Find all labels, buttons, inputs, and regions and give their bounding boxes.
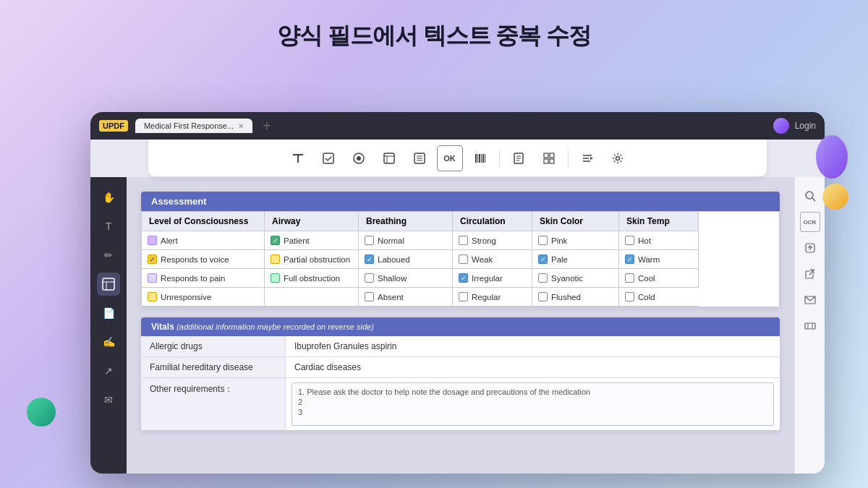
radio-tool-btn[interactable] [346, 145, 372, 171]
checkbox-alert[interactable] [148, 236, 157, 245]
ok-tool-btn[interactable]: OK [437, 145, 463, 171]
checkbox-label: Regular [472, 293, 501, 301]
checkbox-label: Irregular [472, 274, 503, 283]
vitals-label-other: Other requirements： [141, 378, 286, 430]
checkbox-weak[interactable] [459, 254, 468, 264]
app-window: UPDF Medical First Response... ✕ + Login… [90, 112, 825, 474]
sidebar-share-icon[interactable]: ↗ [97, 359, 120, 382]
checkbox-normal[interactable] [365, 236, 374, 245]
form-tool-btn[interactable] [376, 145, 402, 171]
checkbox-regular[interactable] [459, 292, 468, 301]
checkbox-row: Regular [459, 291, 526, 303]
checkbox-cool[interactable] [625, 273, 634, 283]
checkbox-responds-voice[interactable]: ✓ [148, 254, 157, 264]
svg-point-45 [27, 398, 56, 427]
checkbox-irregular[interactable]: ✓ [459, 273, 468, 283]
svg-rect-0 [293, 154, 303, 155]
checkbox-label: Cold [638, 293, 655, 301]
document-tab[interactable]: Medical First Response... ✕ [135, 119, 252, 133]
vitals-header: Vitals (additional information maybe rec… [141, 317, 780, 336]
login-button[interactable]: Login [795, 121, 816, 131]
checkbox-unresponsive[interactable] [148, 292, 157, 301]
vitals-section: Vitals (additional information maybe rec… [141, 317, 780, 430]
sidebar-hand-icon[interactable]: ✋ [97, 186, 120, 209]
grid-cell: Strong [453, 231, 532, 250]
checkbox-label: Patient [284, 236, 310, 245]
grid-tool-btn[interactable] [536, 145, 562, 171]
checkbox-label: Responds to pain [161, 274, 226, 283]
app-logo: UPDF [99, 120, 128, 132]
checkbox-row: ✓ Patient [271, 234, 352, 247]
svg-point-43 [816, 135, 848, 179]
vitals-label-familial: Familial hereditary disease [141, 357, 286, 377]
grid-cell: Weak [453, 250, 532, 269]
checkbox-tool-btn[interactable] [315, 145, 341, 171]
sidebar-pages-icon[interactable]: 📄 [97, 301, 120, 325]
list-tool-btn[interactable] [407, 145, 433, 171]
textarea-line-1: 1. Please ask the doctor to help note th… [298, 388, 767, 396]
vitals-title: Vitals [151, 322, 174, 332]
ocr-icon[interactable]: OCR [800, 212, 820, 232]
checkbox-absent[interactable] [365, 292, 374, 301]
checkbox-shallow[interactable] [365, 273, 374, 283]
sidebar-text-icon[interactable]: T [97, 215, 120, 238]
page-title: 양식 필드에서 텍스트 중복 수정 [0, 0, 868, 65]
doc-tool-btn[interactable] [506, 145, 532, 171]
settings-tool-btn[interactable] [605, 145, 631, 171]
checkbox-row: Absent [365, 291, 446, 303]
checkbox-pink[interactable] [538, 236, 548, 245]
compress-icon[interactable] [800, 316, 820, 336]
text-tool-btn[interactable] [285, 145, 311, 171]
svg-rect-16 [481, 154, 482, 163]
checkbox-pale[interactable]: ✓ [538, 254, 548, 264]
checkbox-partial[interactable] [271, 254, 280, 264]
mail-icon[interactable] [800, 290, 820, 310]
vitals-value-allergic[interactable]: Ibuprofen Granules aspirin [286, 336, 780, 356]
barcode-tool-btn[interactable] [467, 145, 493, 171]
col-header-consciousness: Level of Consciousness [142, 212, 265, 231]
align-tool-btn[interactable] [574, 145, 600, 171]
grid-cell: ✓ Laboued [359, 250, 453, 269]
right-sidebar: OCR [794, 177, 825, 474]
search-icon[interactable] [800, 186, 820, 206]
checkbox-patient[interactable]: ✓ [271, 236, 280, 245]
grid-cell: ✓ Patient [265, 231, 359, 250]
checkbox-responds-pain[interactable] [148, 273, 157, 283]
grid-cell: Cold [619, 288, 699, 307]
checkbox-row: Weak [459, 253, 526, 265]
toolbar-divider-1 [499, 150, 500, 167]
sidebar-annotate-icon[interactable]: ✏ [97, 244, 120, 267]
add-tab-icon[interactable]: + [260, 118, 271, 134]
svg-line-36 [812, 198, 815, 201]
textarea-box[interactable]: 1. Please ask the doctor to help note th… [292, 382, 774, 426]
blob-teal [23, 394, 59, 430]
checkbox-label: Weak [472, 255, 493, 264]
sidebar-sign-icon[interactable]: ✍ [97, 330, 120, 354]
checkbox-hot[interactable] [625, 236, 634, 245]
grid-cell: Alert [142, 231, 265, 250]
col-header-airway: Airway [265, 212, 359, 231]
close-tab-icon[interactable]: ✕ [238, 122, 244, 130]
share-icon[interactable] [800, 264, 820, 284]
grid-cell: Normal [359, 231, 453, 250]
svg-rect-40 [805, 323, 815, 329]
col-header-circulation: Circulation [453, 212, 532, 231]
sidebar-forms-icon[interactable] [97, 273, 120, 296]
checkbox-strong[interactable] [459, 236, 468, 245]
svg-point-31 [616, 156, 619, 160]
checkbox-cold[interactable] [625, 292, 634, 301]
checkbox-syanotic[interactable] [538, 273, 548, 283]
checkbox-row: Unresponsive [148, 291, 258, 303]
vitals-value-familial[interactable]: Cardiac diseases [286, 357, 780, 377]
checkbox-label: Pink [551, 236, 567, 245]
checkbox-warm[interactable]: ✓ [625, 254, 634, 264]
checkbox-flushed[interactable] [538, 292, 548, 301]
checkbox-row: Syanotic [538, 272, 613, 284]
sidebar-protect-icon[interactable]: ✉ [97, 388, 120, 411]
export-icon[interactable] [800, 238, 820, 258]
checkbox-label: Strong [472, 236, 496, 245]
checkbox-laboued[interactable]: ✓ [365, 254, 374, 264]
checkbox-full-obstruction[interactable] [271, 273, 280, 283]
svg-rect-26 [550, 159, 554, 163]
document-area: Assessment Level of Consciousness Airway… [127, 177, 794, 474]
